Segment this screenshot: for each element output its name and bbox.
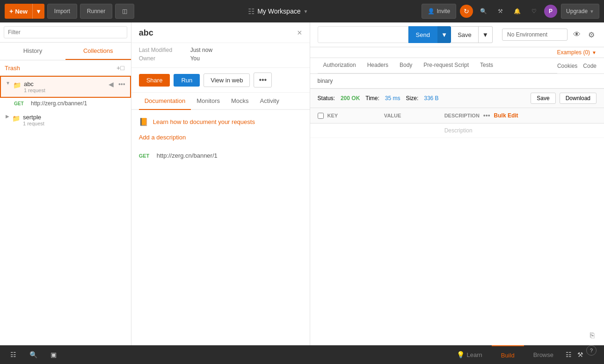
env-selector[interactable]: No Environment [502, 29, 568, 41]
new-button[interactable]: + New ▼ [5, 4, 44, 19]
bottom-help-icon[interactable]: ? [586, 345, 597, 356]
table-row: Description [310, 124, 604, 138]
description-more-button[interactable]: ••• [483, 112, 490, 119]
bottom-nav-browse[interactable]: Browse [524, 345, 563, 364]
bottom-grid-icon[interactable]: ☷ [563, 345, 575, 364]
bottom-layout-icon[interactable]: ☷ [7, 349, 19, 360]
detail-tab-monitors[interactable]: Monitors [191, 93, 226, 110]
save-dropdown-button[interactable]: ▼ [479, 26, 493, 43]
invite-button[interactable]: 👤 Invite [422, 4, 456, 19]
bottom-nav-build[interactable]: Build [492, 345, 524, 364]
header-check-all[interactable] [318, 113, 324, 119]
sidebar-tabs: History Collections [0, 43, 131, 60]
detail-request-item[interactable]: GET http://zerg.cn/banner/1 [139, 148, 302, 163]
collections-tab[interactable]: Collections [65, 43, 131, 60]
owner-label: Owner [139, 55, 181, 62]
trash-label[interactable]: Trash [5, 65, 115, 72]
examples-label: Examples (0) [557, 49, 590, 56]
send-dropdown-button[interactable]: ▼ [437, 26, 451, 43]
share-button[interactable]: Share [139, 74, 170, 87]
sync-icon[interactable]: ↻ [460, 5, 473, 18]
add-description[interactable]: Add a description [139, 134, 302, 141]
search-input[interactable] [4, 26, 127, 38]
collection-item-abc[interactable]: ▼ 📁 abc 1 request ◀ ••• [0, 76, 131, 98]
upgrade-label: Upgrade [566, 8, 588, 15]
detail-close-button[interactable]: × [297, 28, 302, 38]
upgrade-button[interactable]: Upgrade ▼ [561, 4, 599, 19]
bulk-edit-link[interactable]: Bulk Edit [494, 112, 518, 119]
detail-panel: abc × Last Modified Just now Owner You S… [131, 22, 310, 345]
url-input[interactable] [318, 26, 408, 43]
examples-row: Examples (0) ▼ [310, 47, 604, 58]
copy-button[interactable]: ⎘ [588, 329, 597, 342]
tab-pre-request-script[interactable]: Pre-request Script [418, 58, 474, 73]
collection-count-sertple: 1 request [23, 121, 125, 126]
collection-nav-left-abc[interactable]: ◀ [107, 80, 116, 89]
tab-tests[interactable]: Tests [474, 58, 499, 73]
new-collection-button[interactable]: +□ [115, 63, 126, 73]
owner-value: You [190, 55, 200, 62]
runner-button[interactable]: Runner [80, 4, 112, 19]
detail-tab-documentation[interactable]: Documentation [139, 93, 191, 110]
collection-info-sertple: sertple 1 request [23, 114, 125, 126]
tab-body[interactable]: Body [394, 58, 418, 73]
request-tabs-row: Authorization Headers Body Pre-request S… [310, 58, 604, 74]
url-send-area: Send ▼ Save ▼ [318, 26, 493, 43]
layout-button[interactable]: ◫ [115, 4, 134, 19]
cookies-link[interactable]: Cookies [557, 63, 577, 69]
topbar: + New ▼ Import Runner ◫ ☷ My Workspace ▼… [0, 0, 604, 22]
collection-more-abc[interactable]: ••• [116, 80, 127, 89]
env-area: No Environment 👁 ⚙ [502, 29, 597, 41]
save-button[interactable]: Save [451, 26, 479, 43]
collapse-arrow-abc[interactable]: ▼ [6, 80, 10, 86]
send-button[interactable]: Send [408, 26, 437, 43]
bottom-search-icon[interactable]: 🔍 [27, 349, 40, 360]
invite-label: Invite [437, 8, 450, 15]
bottom-nav-learn[interactable]: 💡 Learn [447, 345, 491, 364]
view-in-web-button[interactable]: View in web [204, 73, 250, 87]
new-button-main[interactable]: + New [5, 4, 33, 19]
new-dropdown-arrow[interactable]: ▼ [33, 4, 44, 19]
bottom-console-icon[interactable]: ▣ [48, 349, 59, 360]
notification-icon[interactable]: 🔔 [510, 5, 524, 18]
more-actions-button[interactable]: ••• [254, 73, 272, 87]
status-label: Status: [318, 95, 335, 102]
tool-icon[interactable]: ⚒ [494, 5, 507, 18]
bottom-bar: ☷ 🔍 ▣ 💡 Learn Build Browse ☷ ⚒ ? [0, 345, 604, 364]
method-badge-get: GET [14, 101, 27, 106]
detail-tab-activity[interactable]: Activity [255, 93, 285, 110]
tab-authorization[interactable]: Authorization [318, 58, 362, 73]
import-button[interactable]: Import [47, 4, 77, 19]
detail-meta-modified: Last Modified Just now [139, 47, 302, 53]
history-tab[interactable]: History [0, 43, 65, 60]
examples-link[interactable]: Examples (0) ▼ [557, 49, 597, 56]
detail-request-method: GET [139, 153, 152, 159]
response-headers-table: KEY VALUE DESCRIPTION ••• Bulk Edit [310, 108, 604, 326]
main-layout: History Collections Trash +□ ▼ 📁 abc 1 r… [0, 22, 604, 345]
download-button[interactable]: Download [560, 93, 597, 104]
learn-link[interactable]: Learn how to document your requests [153, 118, 255, 125]
collection-name-sertple: sertple [23, 114, 125, 121]
env-selector-wrap: No Environment [502, 29, 568, 41]
search-icon[interactable]: 🔍 [477, 5, 490, 18]
detail-tab-mocks[interactable]: Mocks [226, 93, 255, 110]
detail-request-url: http://zerg.cn/banner/1 [157, 152, 218, 159]
body-type-row: binary [310, 74, 604, 88]
workspace-area: ☷ My Workspace ▼ [137, 7, 419, 16]
run-button[interactable]: Run [174, 74, 200, 87]
avatar[interactable]: P [544, 5, 557, 18]
collection-item-sertple[interactable]: ▶ 📁 sertple 1 request [0, 109, 131, 131]
request-item-abc-1[interactable]: GET http://zerg.cn/banner/1 [0, 98, 131, 109]
tab-headers[interactable]: Headers [362, 58, 394, 73]
heart-icon[interactable]: ♡ [527, 5, 540, 18]
settings-button[interactable]: ⚙ [586, 29, 597, 41]
code-link[interactable]: Code [583, 63, 597, 69]
detail-tabs: Documentation Monitors Mocks Activity [131, 93, 310, 110]
time-label: Time: [365, 95, 379, 102]
last-modified-value: Just now [190, 47, 212, 53]
save-response-button[interactable]: Save [531, 93, 555, 104]
collapse-arrow-sertple[interactable]: ▶ [6, 114, 9, 119]
bottom-tools-icon[interactable]: ⚒ [575, 345, 586, 364]
eye-button[interactable]: 👁 [571, 29, 582, 41]
detail-meta-owner: Owner You [139, 55, 302, 62]
